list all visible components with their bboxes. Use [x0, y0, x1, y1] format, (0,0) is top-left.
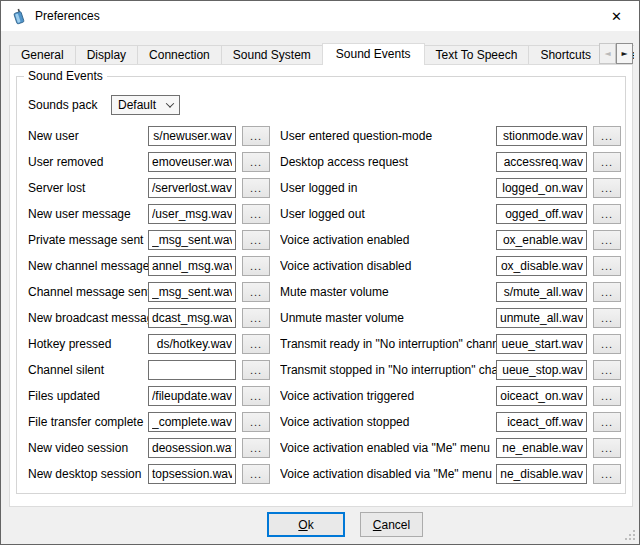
sound-file-input[interactable]: [148, 126, 236, 146]
sound-event-label: User logged out: [280, 207, 496, 221]
browse-button[interactable]: ...: [593, 256, 621, 276]
browse-button[interactable]: ...: [593, 126, 621, 146]
sounds-pack-label: Sounds pack: [28, 98, 100, 112]
tab-display[interactable]: Display: [75, 45, 138, 64]
tab-sound-events[interactable]: Sound Events: [322, 43, 425, 65]
sound-event-label: Channel silent: [28, 363, 148, 377]
browse-button[interactable]: ...: [242, 308, 270, 328]
browse-button[interactable]: ...: [242, 438, 270, 458]
sound-event-label: User entered question-mode: [280, 129, 496, 143]
sound-file-input[interactable]: [496, 308, 587, 328]
sound-event-row: User logged in ...: [280, 175, 621, 201]
sound-event-label: New channel message: [28, 259, 148, 273]
sound-events-column-right: User entered question-mode ... Desktop a…: [280, 123, 621, 487]
browse-button[interactable]: ...: [242, 334, 270, 354]
sound-event-label: Mute master volume: [280, 285, 496, 299]
browse-button[interactable]: ...: [242, 256, 270, 276]
sound-file-input[interactable]: [148, 360, 236, 380]
sound-file-input[interactable]: [148, 464, 236, 484]
sound-file-input[interactable]: [496, 360, 587, 380]
tab-sound-system[interactable]: Sound System: [221, 45, 323, 64]
sound-file-input[interactable]: [496, 412, 587, 432]
tab-shortcuts[interactable]: Shortcuts: [528, 45, 603, 64]
sound-file-input[interactable]: [496, 386, 587, 406]
browse-button[interactable]: ...: [593, 334, 621, 354]
sound-file-input[interactable]: [496, 230, 587, 250]
browse-button[interactable]: ...: [242, 178, 270, 198]
browse-button[interactable]: ...: [242, 412, 270, 432]
tab-scroll-right-icon[interactable]: ►: [616, 43, 633, 64]
sound-file-input[interactable]: [148, 438, 236, 458]
browse-button[interactable]: ...: [242, 386, 270, 406]
sound-event-label: New desktop session: [28, 467, 148, 481]
sound-event-row: New desktop session ...: [28, 461, 280, 487]
sound-file-input[interactable]: [148, 204, 236, 224]
sound-event-label: User logged in: [280, 181, 496, 195]
sound-file-input[interactable]: [496, 178, 587, 198]
browse-button[interactable]: ...: [242, 282, 270, 302]
ok-button[interactable]: Ok: [267, 512, 345, 537]
sound-file-input[interactable]: [496, 256, 587, 276]
sound-event-label: Voice activation disabled: [280, 259, 496, 273]
sound-file-input[interactable]: [496, 126, 587, 146]
sound-event-row: User entered question-mode ...: [280, 123, 621, 149]
browse-button[interactable]: ...: [242, 464, 270, 484]
browse-button[interactable]: ...: [242, 126, 270, 146]
sound-event-row: File transfer complete ...: [28, 409, 280, 435]
sound-events-groupbox: Sound Events Sounds pack Default New use…: [16, 76, 626, 494]
sound-file-input[interactable]: [148, 152, 236, 172]
browse-button[interactable]: ...: [593, 412, 621, 432]
resize-grip[interactable]: [625, 530, 635, 540]
browse-button[interactable]: ...: [242, 204, 270, 224]
sound-file-input[interactable]: [148, 412, 236, 432]
browse-button[interactable]: ...: [593, 230, 621, 250]
sound-event-label: Voice activation enabled: [280, 233, 496, 247]
sound-event-label: User removed: [28, 155, 148, 169]
sound-event-label: New video session: [28, 441, 148, 455]
sound-file-input[interactable]: [496, 282, 587, 302]
sound-event-row: New channel message ...: [28, 253, 280, 279]
browse-button[interactable]: ...: [593, 178, 621, 198]
sound-file-input[interactable]: [148, 282, 236, 302]
sound-file-input[interactable]: [496, 204, 587, 224]
browse-button[interactable]: ...: [242, 230, 270, 250]
browse-button[interactable]: ...: [242, 360, 270, 380]
sound-file-input[interactable]: [148, 178, 236, 198]
browse-button[interactable]: ...: [593, 438, 621, 458]
sound-event-row: Voice activation disabled ...: [280, 253, 621, 279]
sound-event-row: Channel silent ...: [28, 357, 280, 383]
sound-event-row: User logged out ...: [280, 201, 621, 227]
browse-button[interactable]: ...: [242, 152, 270, 172]
chevron-down-icon: [166, 99, 174, 107]
browse-button[interactable]: ...: [593, 308, 621, 328]
browse-button[interactable]: ...: [593, 464, 621, 484]
sound-file-input[interactable]: [148, 308, 236, 328]
close-icon[interactable]: ✕: [594, 1, 639, 31]
sound-event-label: New user message: [28, 207, 148, 221]
sound-event-row: Voice activation enabled via "Me" menu .…: [280, 435, 621, 461]
sound-file-input[interactable]: [148, 386, 236, 406]
sound-file-input[interactable]: [148, 334, 236, 354]
tab-general[interactable]: General: [9, 45, 76, 64]
browse-button[interactable]: ...: [593, 386, 621, 406]
tab-text-to-speech[interactable]: Text To Speech: [424, 45, 530, 64]
sound-event-label: Voice activation disabled via "Me" menu: [280, 467, 496, 481]
tab-scroll-left-icon[interactable]: ◄: [599, 43, 616, 64]
window-title: Preferences: [35, 9, 100, 23]
sound-event-label: Voice activation triggered: [280, 389, 496, 403]
sounds-pack-select[interactable]: Default: [111, 95, 180, 115]
browse-button[interactable]: ...: [593, 204, 621, 224]
browse-button[interactable]: ...: [593, 152, 621, 172]
cancel-button[interactable]: Cancel: [360, 512, 423, 537]
sound-file-input[interactable]: [148, 256, 236, 276]
sound-file-input[interactable]: [148, 230, 236, 250]
sound-file-input[interactable]: [496, 152, 587, 172]
sound-file-input[interactable]: [496, 334, 587, 354]
browse-button[interactable]: ...: [593, 360, 621, 380]
sound-file-input[interactable]: [496, 464, 587, 484]
sound-event-label: Voice activation enabled via "Me" menu: [280, 441, 496, 455]
tab-connection[interactable]: Connection: [137, 45, 222, 64]
sound-file-input[interactable]: [496, 438, 587, 458]
browse-button[interactable]: ...: [593, 282, 621, 302]
sound-event-label: Hotkey pressed: [28, 337, 148, 351]
